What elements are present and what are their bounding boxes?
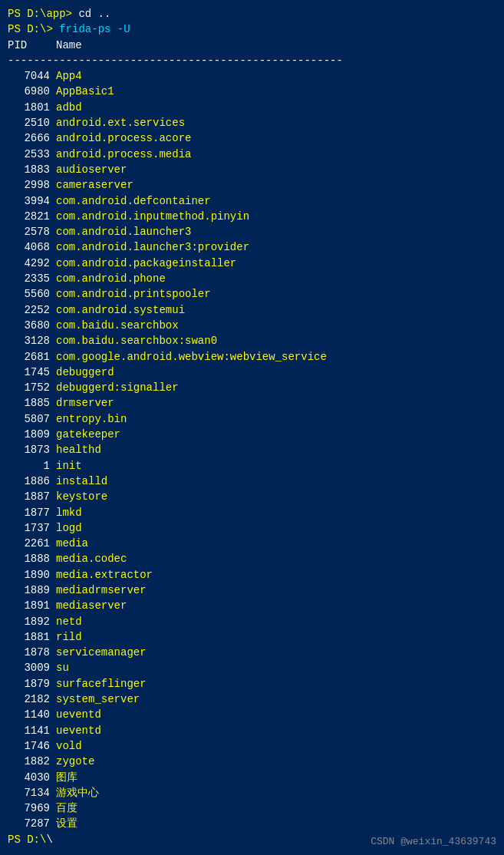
cmd-cd: cd .. (72, 6, 110, 21)
table-row: 1877lmkd (8, 505, 496, 520)
table-row: 2666android.process.acore (8, 130, 496, 146)
process-name: android.ext.services (56, 115, 185, 130)
process-pid: 1873 (8, 442, 50, 457)
table-row: 2578com.android.launcher3 (8, 224, 496, 239)
prompt-1: PS D:\app> (8, 6, 72, 21)
process-pid: 2335 (8, 271, 50, 286)
process-name: com.android.launcher3 (56, 224, 191, 239)
process-pid: 7044 (8, 68, 50, 84)
command-cd: PS D:\app> cd .. (8, 6, 496, 21)
process-name: com.android.phone (56, 271, 166, 286)
table-header: PID Name (8, 38, 496, 53)
table-row: 3680com.baidu.searchbox (8, 318, 496, 333)
table-row: 1885drmserver (8, 395, 496, 411)
process-pid: 6980 (8, 84, 50, 99)
name-header: Name (56, 38, 82, 53)
process-name: media.extractor (56, 567, 153, 583)
process-pid: 1141 (8, 723, 50, 738)
table-row: 1890media.extractor (8, 567, 496, 583)
process-name: com.android.printspooler (56, 286, 211, 302)
table-row: 1887keystore (8, 489, 496, 504)
table-row: 2261media (8, 536, 496, 551)
table-row: 2510android.ext.services (8, 115, 496, 130)
table-row: 1873healthd (8, 442, 496, 457)
separator-line: ----------------------------------------… (8, 53, 343, 68)
table-row: 1888media.codec (8, 551, 496, 566)
process-name: logd (56, 520, 82, 536)
table-row: 1883audioserver (8, 162, 496, 177)
process-pid: 1746 (8, 738, 50, 754)
process-pid: 2182 (8, 692, 50, 707)
process-pid: 4030 (8, 770, 50, 785)
table-row: 3994com.android.defcontainer (8, 193, 496, 209)
process-pid: 1879 (8, 676, 50, 692)
table-row: 2821com.android.inputmethod.pinyin (8, 209, 496, 224)
process-name: android.process.media (56, 147, 191, 162)
process-pid: 2681 (8, 349, 50, 365)
process-name: com.android.systemui (56, 302, 185, 318)
terminal-window: PS D:\app> cd .. PS D:\> frida-ps -U PID… (8, 6, 496, 847)
process-name: drmserver (56, 395, 114, 411)
process-pid: 1889 (8, 583, 50, 598)
process-name: 百度 (56, 801, 77, 816)
process-pid: 1890 (8, 567, 50, 583)
process-name: com.android.inputmethod.pinyin (56, 209, 249, 224)
process-pid: 1887 (8, 489, 50, 504)
process-name: com.android.packageinstaller (56, 256, 236, 271)
table-row: 2998cameraserver (8, 177, 496, 193)
footer-slash: \ (46, 832, 52, 847)
process-pid: 1878 (8, 645, 50, 660)
process-pid: 2533 (8, 147, 50, 162)
process-pid: 1888 (8, 551, 50, 566)
process-pid: 4292 (8, 256, 50, 271)
watermark: CSDN @weixin_43639743 (371, 836, 496, 847)
table-row: 2252com.android.systemui (8, 302, 496, 318)
process-pid: 4068 (8, 239, 50, 255)
process-pid: 1745 (8, 365, 50, 380)
process-name: zygote (56, 754, 94, 769)
table-row: 4292com.android.packageinstaller (8, 256, 496, 271)
process-name: keystore (56, 489, 107, 504)
process-name: debuggerd:signaller (56, 380, 179, 395)
process-pid: 1891 (8, 598, 50, 613)
table-row: 4068com.android.launcher3:provider (8, 239, 496, 255)
process-name: com.android.launcher3:provider (56, 239, 249, 255)
table-row: 3009su (8, 660, 496, 675)
process-name: AppBasic1 (56, 84, 114, 99)
process-name: rild (56, 629, 82, 645)
process-pid: 5807 (8, 411, 50, 427)
process-name: media.codec (56, 551, 127, 566)
cmd-space (53, 21, 59, 37)
table-row: 1881rild (8, 629, 496, 645)
table-row: 1879surfaceflinger (8, 676, 496, 692)
process-pid: 2666 (8, 130, 50, 146)
process-name: debuggerd (56, 365, 114, 380)
process-pid: 1140 (8, 707, 50, 722)
process-pid: 1885 (8, 395, 50, 411)
process-name: ueventd (56, 723, 101, 738)
cmd-frida: frida-ps -U (59, 21, 130, 37)
process-name: mediaserver (56, 598, 127, 613)
table-row: 4030图库 (8, 770, 496, 785)
command-frida: PS D:\> frida-ps -U (8, 21, 496, 37)
process-pid: 2510 (8, 115, 50, 130)
process-pid: 5560 (8, 286, 50, 302)
table-row: 7969百度 (8, 801, 496, 816)
process-pid: 7134 (8, 785, 50, 801)
process-pid: 1737 (8, 520, 50, 536)
process-name: android.process.acore (56, 130, 191, 146)
process-name: installd (56, 474, 107, 489)
process-pid: 1883 (8, 162, 50, 177)
table-row: 1141ueventd (8, 723, 496, 738)
process-pid: 3994 (8, 193, 50, 209)
process-pid: 1809 (8, 427, 50, 442)
table-row: 1746vold (8, 738, 496, 754)
process-name: com.android.defcontainer (56, 193, 211, 209)
table-row: 3128com.baidu.searchbox:swan0 (8, 333, 496, 348)
table-row: 7134游戏中心 (8, 785, 496, 801)
footer-prompt-text: PS D:\ (8, 832, 46, 847)
process-pid: 3128 (8, 333, 50, 348)
table-row: 1889mediadrmserver (8, 583, 496, 598)
process-name: cameraserver (56, 177, 133, 193)
process-name: surfaceflinger (56, 676, 147, 692)
